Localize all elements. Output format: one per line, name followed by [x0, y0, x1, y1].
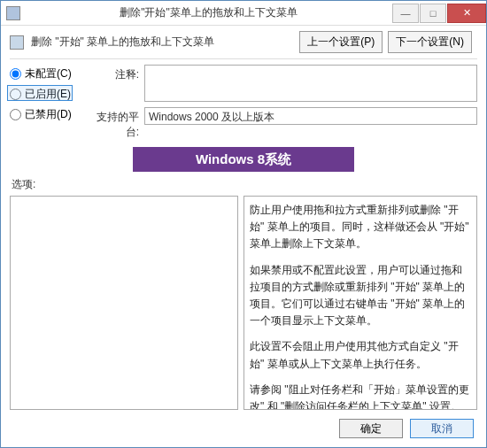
help-p2: 如果禁用或不配置此设置，用户可以通过拖和拉项目的方式删除或重新排列 "开始" 菜…	[250, 262, 471, 330]
platform-value: Windows 2000 及以上版本	[144, 107, 477, 125]
state-radios: 未配置(C) 已启用(E) 已禁用(D)	[10, 65, 79, 140]
footer: 确定 取消	[1, 412, 486, 447]
radio-not-configured-label: 未配置(C)	[25, 66, 72, 81]
fields: 注释: 支持的平台: Windows 2000 及以上版本	[88, 65, 477, 140]
help-p4: 请参阅 "阻止对任务栏和「开始」菜单设置的更改" 和 "删除访问任务栏的上下文菜…	[250, 382, 471, 410]
radio-disabled[interactable]: 已禁用(D)	[10, 107, 79, 122]
comment-row: 注释:	[88, 65, 477, 102]
radio-enabled[interactable]: 已启用(E)	[10, 87, 79, 102]
radio-not-configured[interactable]: 未配置(C)	[10, 66, 79, 81]
window-controls: — □ ✕	[391, 4, 486, 23]
close-button[interactable]: ✕	[447, 4, 486, 23]
cancel-button[interactable]: 取消	[410, 419, 474, 438]
platform-row: 支持的平台: Windows 2000 及以上版本	[88, 107, 477, 140]
previous-setting-button[interactable]: 上一个设置(P)	[299, 31, 383, 53]
minimize-button[interactable]: —	[392, 4, 419, 23]
panes: 防止用户使用拖和拉方式重新排列或删除 "开始" 菜单上的项目。同时，这样做还会从…	[1, 192, 486, 412]
header-row: 删除 "开始" 菜单上的拖放和上下文菜单 上一个设置(P) 下一个设置(N)	[1, 26, 486, 57]
radio-disabled-input[interactable]	[10, 109, 21, 120]
radio-not-configured-input[interactable]	[10, 68, 21, 80]
maximize-button[interactable]: □	[420, 4, 446, 23]
policy-icon	[10, 35, 24, 50]
radio-disabled-label: 已禁用(D)	[25, 107, 72, 122]
options-label: 选项:	[1, 177, 486, 192]
ok-button[interactable]: 确定	[339, 419, 403, 438]
options-pane	[10, 196, 238, 410]
comment-textarea[interactable]	[144, 65, 477, 102]
nav-buttons: 上一个设置(P) 下一个设置(N)	[299, 31, 472, 53]
help-p3: 此设置不会阻止用户使用其他方式自定义 "开始" 菜单或从上下文菜单上执行任务。	[250, 338, 471, 372]
app-icon	[6, 6, 20, 20]
dialog-window: 删除"开始"菜单上的拖放和上下文菜单 — □ ✕ 删除 "开始" 菜单上的拖放和…	[0, 0, 487, 448]
platform-label: 支持的平台:	[88, 107, 139, 140]
window-title: 删除"开始"菜单上的拖放和上下文菜单	[26, 5, 391, 20]
help-pane: 防止用户使用拖和拉方式重新排列或删除 "开始" 菜单上的项目。同时，这样做还会从…	[244, 196, 477, 410]
watermark-banner: Windows 8系统	[133, 147, 354, 172]
radio-enabled-input[interactable]	[10, 89, 21, 100]
radio-enabled-label: 已启用(E)	[25, 87, 71, 102]
next-setting-button[interactable]: 下一个设置(N)	[388, 31, 472, 53]
config-area: 未配置(C) 已启用(E) 已禁用(D) 注释: 支持的平台: Windows …	[1, 65, 486, 140]
divider	[10, 58, 477, 59]
help-p1: 防止用户使用拖和拉方式重新排列或删除 "开始" 菜单上的项目。同时，这样做还会从…	[250, 202, 471, 253]
comment-label: 注释:	[88, 65, 139, 82]
titlebar: 删除"开始"菜单上的拖放和上下文菜单 — □ ✕	[1, 1, 486, 26]
policy-title: 删除 "开始" 菜单上的拖放和上下文菜单	[31, 35, 292, 50]
